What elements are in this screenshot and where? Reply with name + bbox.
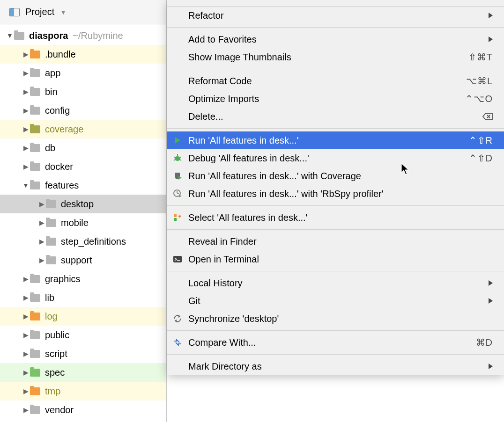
menu-item[interactable]: Add to Favorites: [167, 30, 504, 48]
tree-item[interactable]: ▶log: [0, 307, 166, 326]
tree-item[interactable]: ▶config: [0, 101, 166, 120]
menu-item[interactable]: Run 'All features in desk...'⌃⇧R: [167, 131, 504, 149]
tree-item[interactable]: ▶db: [0, 138, 166, 157]
collapse-arrow-icon[interactable]: ▶: [22, 387, 30, 395]
tree-item-label: config: [45, 105, 70, 116]
folder-icon: [46, 219, 56, 227]
select-icon: [167, 213, 188, 222]
tree-root-label: diaspora: [29, 30, 68, 41]
menu-item[interactable]: Show Image Thumbnails⇧⌘T: [167, 48, 504, 66]
collapse-arrow-icon[interactable]: ▶: [22, 107, 30, 114]
menu-item[interactable]: Open in Terminal: [167, 250, 504, 268]
expand-arrow-icon[interactable]: ▼: [6, 32, 14, 39]
folder-icon: [30, 144, 40, 152]
tree-item[interactable]: ▶public: [0, 326, 166, 344]
tree-item[interactable]: ▶mobile: [0, 213, 166, 232]
collapse-arrow-icon[interactable]: ▶: [22, 294, 30, 301]
collapse-arrow-icon[interactable]: ▶: [22, 331, 30, 339]
collapse-arrow-icon[interactable]: ▶: [37, 200, 46, 208]
folder-icon: [30, 107, 40, 115]
folder-icon: [46, 256, 56, 264]
menu-item-label: Show Image Thumbnails: [188, 52, 468, 63]
tree-item[interactable]: ▶.bundle: [0, 45, 166, 64]
folder-icon: [30, 387, 40, 395]
menu-item[interactable]: Reformat Code⌥⌘L: [167, 72, 504, 90]
folder-icon: [14, 32, 24, 40]
menu-item[interactable]: Select 'All features in desk...': [167, 209, 504, 226]
folder-icon: [30, 350, 40, 358]
menu-item[interactable]: Mark Directory as: [167, 357, 504, 375]
folder-icon: [30, 275, 40, 283]
collapse-arrow-icon[interactable]: ▶: [22, 88, 30, 95]
menu-item-label: Run 'All features in desk...' with 'RbSp…: [188, 189, 493, 199]
tree-item-label: log: [45, 311, 58, 322]
tree-item-label: vendor: [45, 405, 74, 415]
menu-item-shortcut: ⇧⌘T: [468, 51, 493, 63]
menu-item-label: Reveal in Finder: [188, 236, 493, 247]
collapse-arrow-icon[interactable]: ▶: [22, 144, 30, 152]
svg-rect-13: [173, 256, 182, 262]
collapse-arrow-icon[interactable]: ▶: [22, 406, 30, 414]
menu-item[interactable]: Run 'All features in desk...' with Cover…: [167, 167, 504, 185]
tree-item[interactable]: ▶tmp: [0, 382, 166, 400]
chevron-down-icon[interactable]: ▼: [60, 8, 67, 16]
tree-item-label: script: [45, 349, 67, 359]
collapse-arrow-icon[interactable]: ▶: [22, 163, 30, 170]
project-panel-header[interactable]: Project ▼: [0, 0, 166, 24]
folder-icon: [30, 182, 40, 189]
tree-item[interactable]: ▶docker: [0, 157, 166, 176]
collapse-arrow-icon[interactable]: ▶: [37, 238, 46, 245]
collapse-arrow-icon[interactable]: ▶: [22, 313, 30, 320]
folder-icon: [30, 406, 40, 414]
submenu-arrow-icon: [489, 13, 493, 18]
collapse-arrow-icon[interactable]: ▶: [22, 51, 30, 58]
collapse-arrow-icon[interactable]: ▶: [37, 219, 46, 226]
project-panel: Project ▼ ▼ diaspora ~/Rubymine ▶.bundle…: [0, 0, 167, 422]
collapse-arrow-icon[interactable]: ▶: [22, 125, 30, 133]
menu-item[interactable]: Delete...: [167, 108, 504, 125]
menu-item[interactable]: Reveal in Finder: [167, 233, 504, 250]
menu-item[interactable]: Synchronize 'desktop': [167, 310, 504, 327]
tree-item-label: mobile: [61, 218, 89, 228]
tree-item[interactable]: ▶bin: [0, 82, 166, 101]
tree-item-label: step_definitions: [61, 236, 126, 247]
menu-item[interactable]: Optimize Imports⌃⌥O: [167, 90, 504, 108]
menu-item[interactable]: Compare With...⌘D: [167, 334, 504, 351]
sync-icon: [167, 314, 188, 323]
menu-item-label: Open in Terminal: [188, 254, 493, 265]
tree-item[interactable]: ▼features: [0, 176, 166, 195]
terminal-icon: [167, 255, 188, 263]
expand-arrow-icon[interactable]: ▼: [22, 182, 30, 189]
collapse-arrow-icon[interactable]: ▶: [22, 369, 30, 376]
tree-item-label: features: [45, 180, 79, 191]
tree-root[interactable]: ▼ diaspora ~/Rubymine: [0, 26, 166, 45]
tree-item[interactable]: ▶step_definitions: [0, 232, 166, 251]
collapse-arrow-icon[interactable]: ▶: [22, 350, 30, 357]
menu-item-shortcut: ⌃⇧R: [469, 135, 493, 146]
tree-item-label: spec: [45, 367, 65, 378]
menu-item-label: Refactor: [188, 10, 489, 21]
menu-item[interactable]: Local History: [167, 274, 504, 292]
collapse-arrow-icon[interactable]: ▶: [22, 275, 30, 283]
menu-item[interactable]: Git: [167, 292, 504, 310]
tree-item[interactable]: ▶lib: [0, 288, 166, 307]
tree-item[interactable]: ▶vendor: [0, 400, 166, 419]
svg-line-7: [180, 160, 181, 160]
folder-icon: [30, 88, 40, 96]
menu-item[interactable]: Run 'All features in desk...' with 'RbSp…: [167, 185, 504, 203]
menu-item-label: Compare With...: [188, 337, 476, 348]
tree-item[interactable]: ▶app: [0, 64, 166, 82]
menu-top-edge: [167, 0, 504, 7]
tree-item[interactable]: ▶support: [0, 251, 166, 269]
collapse-arrow-icon[interactable]: ▶: [37, 256, 46, 264]
collapse-arrow-icon[interactable]: ▶: [22, 69, 30, 77]
tree-item[interactable]: ▶coverage: [0, 120, 166, 138]
menu-item[interactable]: Refactor: [167, 7, 504, 24]
tree-item[interactable]: ▶script: [0, 344, 166, 363]
tree-item[interactable]: ▶desktop: [0, 195, 166, 213]
tree-root-path: ~/Rubymine: [73, 30, 123, 41]
menu-item[interactable]: Debug 'All features in desk...'⌃⇧D: [167, 149, 504, 167]
tree-item[interactable]: ▶graphics: [0, 269, 166, 288]
tree-item[interactable]: ▶spec: [0, 363, 166, 382]
project-view-icon: [9, 8, 20, 16]
